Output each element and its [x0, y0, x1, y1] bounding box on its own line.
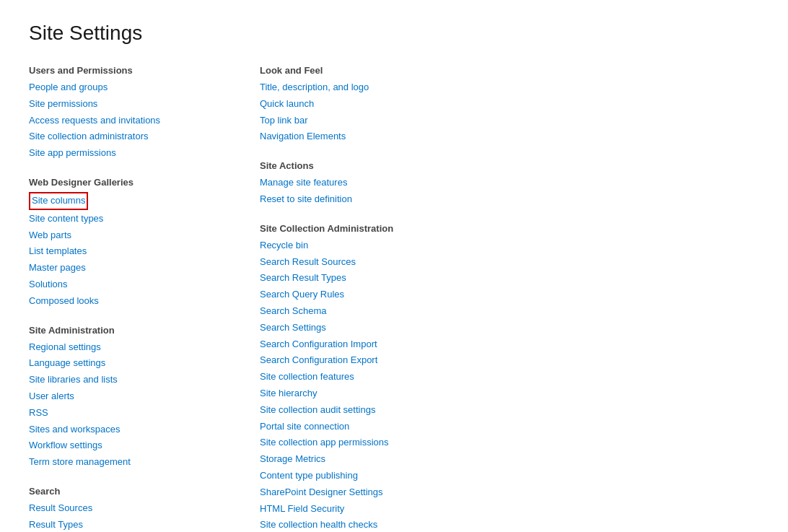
list-item-workflow-settings: Workflow settings [29, 438, 260, 453]
list-item-access-requests: Access requests and invitations [29, 113, 260, 128]
link-navigation-elements[interactable]: Navigation Elements [260, 131, 346, 141]
link-list-templates[interactable]: List templates [29, 245, 87, 256]
section-site-administration: Site AdministrationRegional settingsLang… [29, 325, 260, 470]
link-rss[interactable]: RSS [29, 407, 48, 418]
link-recycle-bin[interactable]: Recycle bin [260, 240, 308, 250]
list-item-regional-settings: Regional settings [29, 340, 260, 355]
link-result-types[interactable]: Result Types [29, 519, 83, 530]
section-title-search: Search [29, 486, 260, 497]
link-site-collection-admins[interactable]: Site collection administrators [29, 131, 148, 141]
link-web-parts[interactable]: Web parts [29, 230, 71, 240]
list-item-html-field-security: HTML Field Security [260, 502, 759, 517]
link-quick-launch[interactable]: Quick launch [260, 98, 314, 109]
link-result-sources[interactable]: Result Sources [29, 502, 92, 513]
link-site-collection-app-permissions[interactable]: Site collection app permissions [260, 437, 388, 448]
list-item-search-result-sources: Search Result Sources [260, 255, 759, 270]
link-html-field-security[interactable]: HTML Field Security [260, 503, 344, 514]
link-search-schema[interactable]: Search Schema [260, 305, 327, 316]
link-regional-settings[interactable]: Regional settings [29, 341, 101, 352]
link-sharepoint-designer-settings[interactable]: SharePoint Designer Settings [260, 487, 383, 497]
list-item-recycle-bin: Recycle bin [260, 238, 759, 253]
list-item-content-type-publishing: Content type publishing [260, 468, 759, 484]
link-list-site-actions: Manage site featuresReset to site defini… [260, 175, 759, 207]
list-item-site-columns: Site columns [29, 192, 260, 210]
list-item-solutions: Solutions [29, 277, 260, 292]
list-item-quick-launch: Quick launch [260, 97, 759, 112]
link-people-groups[interactable]: People and groups [29, 82, 108, 92]
left-column: Users and PermissionsPeople and groupsSi… [29, 65, 260, 532]
link-search-config-import[interactable]: Search Configuration Import [260, 339, 377, 349]
right-column: Look and FeelTitle, description, and log… [260, 65, 759, 532]
list-item-site-collection-audit-settings: Site collection audit settings [260, 403, 759, 418]
link-term-store-management[interactable]: Term store management [29, 456, 131, 467]
link-composed-looks[interactable]: Composed looks [29, 295, 99, 306]
link-list-look-and-feel: Title, description, and logoQuick launch… [260, 80, 759, 144]
link-content-type-publishing[interactable]: Content type publishing [260, 470, 358, 481]
link-top-link-bar[interactable]: Top link bar [260, 115, 307, 126]
link-site-collection-features[interactable]: Site collection features [260, 371, 354, 382]
link-site-collection-audit-settings[interactable]: Site collection audit settings [260, 404, 375, 415]
link-site-permissions[interactable]: Site permissions [29, 98, 97, 109]
link-access-requests[interactable]: Access requests and invitations [29, 115, 160, 126]
list-item-master-pages: Master pages [29, 261, 260, 276]
list-item-storage-metrics: Storage Metrics [260, 452, 759, 467]
section-look-and-feel: Look and FeelTitle, description, and log… [260, 65, 759, 144]
link-search-query-rules[interactable]: Search Query Rules [260, 289, 344, 300]
link-reset-site-definition[interactable]: Reset to site definition [260, 193, 352, 204]
link-master-pages[interactable]: Master pages [29, 262, 86, 273]
list-item-title-description-logo: Title, description, and logo [260, 80, 759, 95]
list-item-rss: RSS [29, 406, 260, 421]
link-workflow-settings[interactable]: Workflow settings [29, 440, 102, 450]
link-list-site-collection-administration: Recycle binSearch Result SourcesSearch R… [260, 238, 759, 532]
section-site-collection-administration: Site Collection AdministrationRecycle bi… [260, 223, 759, 532]
list-item-top-link-bar: Top link bar [260, 113, 759, 128]
link-site-libraries-lists[interactable]: Site libraries and lists [29, 374, 118, 385]
list-item-sharepoint-designer-settings: SharePoint Designer Settings [260, 485, 759, 500]
link-site-content-types[interactable]: Site content types [29, 213, 103, 224]
list-item-sites-workspaces: Sites and workspaces [29, 422, 260, 437]
link-list-site-administration: Regional settingsLanguage settingsSite l… [29, 340, 260, 470]
link-site-collection-health-checks[interactable]: Site collection health checks [260, 519, 377, 530]
list-item-language-settings: Language settings [29, 356, 260, 371]
link-site-columns[interactable]: Site columns [29, 192, 88, 210]
section-search: SearchResult SourcesResult TypesQuery Ru… [29, 486, 260, 532]
section-users-permissions: Users and PermissionsPeople and groupsSi… [29, 65, 260, 161]
section-web-designer-galleries: Web Designer GalleriesSite columnsSite c… [29, 177, 260, 309]
list-item-people-groups: People and groups [29, 80, 260, 95]
list-item-list-templates: List templates [29, 244, 260, 259]
link-portal-site-connection[interactable]: Portal site connection [260, 421, 349, 432]
list-item-site-content-types: Site content types [29, 212, 260, 227]
list-item-site-app-permissions: Site app permissions [29, 146, 260, 161]
link-list-users-permissions: People and groupsSite permissionsAccess … [29, 80, 260, 161]
list-item-navigation-elements: Navigation Elements [260, 129, 759, 144]
list-item-site-hierarchy: Site hierarchy [260, 386, 759, 401]
link-site-hierarchy[interactable]: Site hierarchy [260, 388, 317, 398]
section-title-users-permissions: Users and Permissions [29, 65, 260, 76]
main-content: Users and PermissionsPeople and groupsSi… [29, 65, 759, 532]
link-search-result-types[interactable]: Search Result Types [260, 272, 346, 283]
list-item-site-collection-features: Site collection features [260, 370, 759, 385]
link-sites-workspaces[interactable]: Sites and workspaces [29, 424, 120, 435]
list-item-user-alerts: User alerts [29, 389, 260, 404]
link-list-web-designer-galleries: Site columnsSite content typesWeb partsL… [29, 192, 260, 309]
link-site-app-permissions[interactable]: Site app permissions [29, 147, 116, 158]
section-title-site-collection-administration: Site Collection Administration [260, 223, 759, 234]
link-search-config-export[interactable]: Search Configuration Export [260, 354, 377, 365]
link-list-search: Result SourcesResult TypesQuery RulesSch… [29, 501, 260, 532]
list-item-result-sources: Result Sources [29, 501, 260, 516]
list-item-site-permissions: Site permissions [29, 97, 260, 112]
link-search-settings[interactable]: Search Settings [260, 322, 326, 333]
link-storage-metrics[interactable]: Storage Metrics [260, 453, 325, 464]
link-title-description-logo[interactable]: Title, description, and logo [260, 82, 369, 92]
list-item-composed-looks: Composed looks [29, 294, 260, 309]
list-item-site-libraries-lists: Site libraries and lists [29, 372, 260, 388]
link-manage-site-features[interactable]: Manage site features [260, 177, 347, 188]
list-item-search-query-rules: Search Query Rules [260, 287, 759, 302]
section-title-site-actions: Site Actions [260, 160, 759, 171]
list-item-term-store-management: Term store management [29, 455, 260, 470]
link-search-result-sources[interactable]: Search Result Sources [260, 256, 356, 267]
list-item-search-config-export: Search Configuration Export [260, 353, 759, 368]
link-solutions[interactable]: Solutions [29, 279, 67, 289]
link-language-settings[interactable]: Language settings [29, 357, 105, 368]
link-user-alerts[interactable]: User alerts [29, 391, 74, 401]
